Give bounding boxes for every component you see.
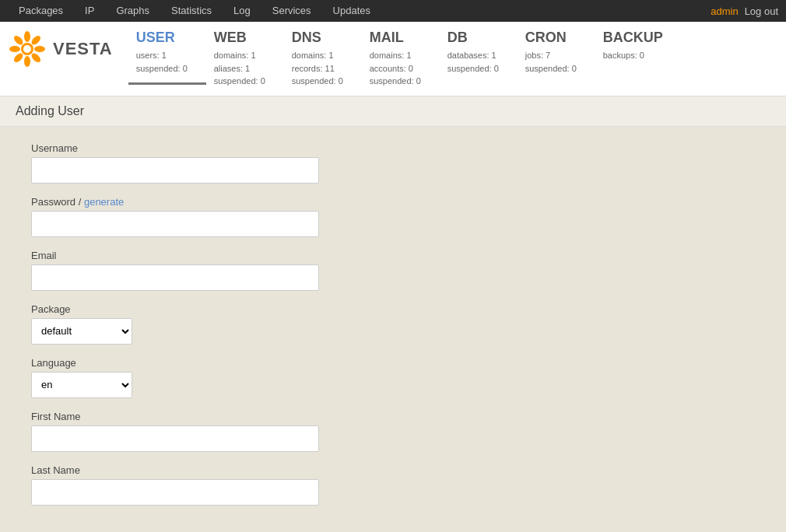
stat-backup-line1: backups: 0 — [603, 49, 663, 62]
nav-updates[interactable]: Updates — [322, 0, 381, 22]
stat-db-line1: databases: 1 — [447, 49, 502, 62]
stat-backup[interactable]: BACKUP backups: 0 — [595, 30, 679, 70]
nav-graphs[interactable]: Graphs — [105, 0, 160, 22]
stat-dns[interactable]: DNS domains: 1 records: 11 suspended: 0 — [284, 30, 362, 96]
firstname-input[interactable] — [31, 425, 319, 452]
logo: VESTA — [8, 30, 113, 76]
nav-services[interactable]: Services — [261, 0, 322, 22]
stat-mail-line1: domains: 1 — [370, 49, 424, 62]
stat-db-title: DB — [447, 30, 502, 46]
logo-text: VESTA — [53, 39, 113, 59]
username-input[interactable] — [31, 157, 319, 184]
stat-mail-line2: accounts: 0 — [370, 62, 424, 75]
svg-point-5 — [12, 52, 25, 65]
stat-db-line2: suspended: 0 — [447, 62, 502, 75]
generate-link[interactable]: generate — [84, 196, 124, 208]
svg-point-1 — [30, 34, 43, 47]
package-select[interactable]: default — [31, 318, 132, 345]
stat-web-title: WEB — [214, 30, 268, 46]
stat-dns-title: DNS — [292, 30, 346, 46]
password-label: Password / generate — [31, 196, 755, 208]
svg-point-2 — [34, 46, 45, 52]
password-separator: / — [75, 196, 84, 208]
email-label: Email — [31, 250, 755, 261]
page-title: Adding User — [16, 104, 770, 118]
stat-user[interactable]: USER users: 1 suspended: 0 — [128, 30, 206, 85]
stat-web-line2: aliases: 1 — [214, 62, 268, 75]
stats-row: USER users: 1 suspended: 0 WEB domains: … — [128, 30, 778, 96]
password-label-text: Password — [31, 196, 75, 208]
stat-mail[interactable]: MAIL domains: 1 accounts: 0 suspended: 0 — [362, 30, 440, 96]
lastname-label: Last Name — [31, 464, 755, 476]
header: VESTA USER users: 1 suspended: 0 WEB dom… — [0, 22, 786, 96]
stat-web[interactable]: WEB domains: 1 aliases: 1 suspended: 0 — [206, 30, 284, 96]
svg-point-3 — [30, 52, 43, 65]
stat-dns-line1: domains: 1 — [292, 49, 346, 62]
username-group: Username — [31, 142, 755, 184]
language-label: Language — [31, 357, 755, 369]
stat-backup-title: BACKUP — [603, 30, 663, 46]
email-input[interactable] — [31, 264, 319, 291]
svg-point-6 — [9, 46, 20, 52]
svg-point-9 — [23, 45, 31, 53]
logo-icon — [8, 30, 47, 68]
firstname-group: First Name — [31, 411, 755, 452]
top-navigation: Packages IP Graphs Statistics Log Servic… — [0, 0, 786, 22]
password-input[interactable] — [31, 211, 319, 237]
stat-web-line1: domains: 1 — [214, 49, 268, 62]
username-label: Username — [31, 142, 755, 154]
lastname-group: Last Name — [31, 464, 755, 506]
stat-user-title: USER — [136, 30, 191, 46]
stat-web-line3: suspended: 0 — [214, 75, 268, 88]
language-group: Language en — [31, 357, 755, 398]
password-group: Password / generate — [31, 196, 755, 237]
stat-cron[interactable]: CRON jobs: 7 suspended: 0 — [518, 30, 595, 82]
lastname-input[interactable] — [31, 479, 319, 506]
stat-cron-title: CRON — [525, 30, 580, 46]
stat-mail-line3: suspended: 0 — [370, 75, 424, 88]
logout-link[interactable]: Log out — [745, 5, 778, 17]
stat-mail-title: MAIL — [370, 30, 424, 46]
content: Adding User Username Password / generate… — [0, 96, 786, 533]
page-header: Adding User — [0, 96, 786, 127]
stat-cron-line1: jobs: 7 — [525, 49, 580, 62]
admin-link[interactable]: admin — [711, 5, 738, 17]
form-area: Username Password / generate Email Packa… — [0, 127, 786, 533]
stat-user-line1: users: 1 — [136, 49, 191, 62]
email-group: Email — [31, 250, 755, 291]
stat-db[interactable]: DB databases: 1 suspended: 0 — [440, 30, 518, 82]
package-label: Package — [31, 303, 755, 315]
stat-cron-line2: suspended: 0 — [525, 62, 580, 75]
stat-dns-line2: records: 11 — [292, 62, 346, 75]
svg-point-7 — [12, 34, 25, 47]
svg-point-0 — [24, 31, 30, 42]
nav-ip[interactable]: IP — [74, 0, 105, 22]
stat-dns-line3: suspended: 0 — [292, 75, 346, 88]
nav-log[interactable]: Log — [223, 0, 261, 22]
package-group: Package default — [31, 303, 755, 345]
firstname-label: First Name — [31, 411, 755, 422]
stat-user-line2: suspended: 0 — [136, 62, 191, 75]
svg-point-4 — [24, 56, 30, 67]
language-select[interactable]: en — [31, 372, 132, 398]
nav-statistics[interactable]: Statistics — [160, 0, 223, 22]
nav-packages[interactable]: Packages — [8, 0, 74, 22]
